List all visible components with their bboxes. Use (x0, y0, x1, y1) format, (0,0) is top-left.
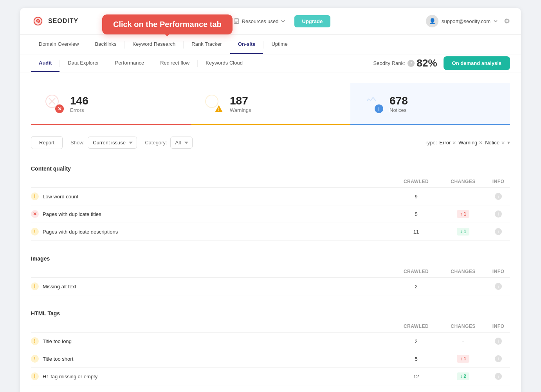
notices-info: 678 Notices (390, 95, 408, 113)
row-changes: - (440, 283, 487, 290)
type-notice-remove[interactable]: ✕ (501, 140, 505, 146)
table-row: ! H1 tag missing or empty 12 ↓ 2 i (31, 368, 510, 385)
info-icon[interactable]: i (495, 355, 502, 362)
resources-selector[interactable]: Resources used (233, 18, 285, 24)
images-header: Crawled Changes Info (31, 266, 510, 278)
row-changes: - (440, 338, 487, 344)
warning-icon: ! (31, 192, 39, 200)
row-info[interactable]: i (487, 338, 510, 345)
logo-text: SEODITY (48, 18, 78, 25)
row-changes: - (440, 193, 487, 200)
show-filter-group: Show: Current issuse (70, 137, 137, 149)
row-crawled: 2 (393, 284, 440, 290)
col-crawled-3: Crawled (393, 324, 440, 329)
change-dash: - (462, 284, 464, 290)
category-filter-group: Category: All (145, 137, 192, 149)
change-dash: - (462, 338, 464, 344)
warnings-info: 187 Warnings (230, 95, 251, 113)
warnings-icon-area: ! (205, 94, 224, 113)
filter-row: Report Show: Current issuse Category: Al… (31, 136, 510, 149)
content-quality-header: Crawled Changes Info (31, 176, 510, 188)
type-label: Type: (425, 140, 437, 146)
on-demand-button[interactable]: On demand analysis (444, 56, 510, 70)
row-text: Title too short (43, 356, 73, 362)
user-menu[interactable]: 👤 support@seodity.com (426, 15, 498, 27)
top-header: SEODITY mywebsite.com Resources used Upg… (20, 8, 521, 35)
type-chip-notice: Notice ✕ (485, 140, 505, 146)
change-badge-down: ↓ 2 (457, 372, 469, 380)
row-text: Low word count (43, 194, 78, 200)
row-info[interactable]: i (487, 210, 510, 218)
nav-rank-tracker[interactable]: Rank Tracker (184, 35, 229, 54)
content-area: ✕ 146 Errors ! (20, 72, 521, 392)
seodity-rank: Seodity Rank: ? 82% (373, 57, 437, 69)
notices-stat-card: i 678 Notices (350, 83, 510, 125)
row-text: Pages with duplicate descriptions (43, 229, 118, 235)
upgrade-button[interactable]: Upgrade (294, 15, 331, 27)
type-warning-remove[interactable]: ✕ (479, 140, 483, 146)
col-changes-1: Changes (440, 179, 487, 184)
warnings-main-icon: ! (214, 104, 224, 113)
nav-keyword-research[interactable]: Keyword Research (125, 35, 184, 54)
change-dash: - (462, 194, 464, 200)
report-button[interactable]: Report (31, 136, 63, 149)
info-icon[interactable]: i (495, 210, 502, 218)
row-changes: ↓ 1 (440, 228, 487, 236)
row-label: ! Missing alt text (31, 282, 393, 290)
type-notice-label: Notice (485, 140, 500, 146)
show-select[interactable]: Current issuse (88, 137, 137, 149)
row-info[interactable]: i (487, 373, 510, 380)
stats-row: ✕ 146 Errors ! (31, 83, 510, 125)
rank-help-icon[interactable]: ? (408, 60, 415, 67)
info-icon[interactable]: i (495, 283, 502, 290)
info-icon[interactable]: i (495, 373, 502, 380)
tab-data-explorer[interactable]: Data Explorer (60, 54, 106, 72)
row-info[interactable]: i (487, 283, 510, 290)
info-icon[interactable]: i (495, 338, 502, 345)
nav-uptime[interactable]: Uptime (263, 35, 295, 54)
nav-backlinks[interactable]: Backlinks (87, 35, 124, 54)
images-title: Images (31, 250, 510, 266)
tab-redirect-flow[interactable]: Redirect flow (152, 54, 197, 72)
avatar: 👤 (426, 15, 438, 27)
tooltip-bubble: Click on the Performance tab (102, 14, 233, 34)
tab-performance[interactable]: Performance (107, 54, 152, 72)
row-label: ! Pages with duplicate descriptions (31, 228, 393, 236)
errors-main-icon: ✕ (55, 104, 64, 113)
errors-label: Errors (70, 107, 88, 113)
errors-stat-card: ✕ 146 Errors (31, 83, 191, 125)
html-tags-header: Crawled Changes Info (31, 320, 510, 333)
row-label: ! Title too long (31, 337, 393, 345)
tab-keywords-cloud[interactable]: Keywords Cloud (198, 54, 251, 72)
warning-icon: ! (31, 228, 39, 236)
row-crawled: 5 (393, 211, 440, 217)
settings-icon[interactable]: ⚙ (504, 17, 510, 25)
change-badge-up: ↑ 1 (457, 355, 469, 363)
type-error-label: Error (439, 140, 451, 146)
warning-icon: ! (31, 282, 39, 290)
category-select[interactable]: All (170, 137, 193, 149)
change-badge-up: ↑ 1 (457, 210, 469, 218)
col-crawled-2: Crawled (393, 269, 440, 274)
col-info-1: Info (487, 179, 510, 184)
warnings-label: Warnings (230, 107, 251, 113)
table-row: ! Missing alt text 2 - i (31, 278, 510, 295)
nav-domain-overview[interactable]: Domain Overview (31, 35, 87, 54)
type-error-remove[interactable]: ✕ (452, 140, 456, 146)
type-more-btn[interactable]: ▾ (507, 140, 510, 146)
warnings-stat-card: ! 187 Warnings (191, 83, 350, 125)
row-text: Title too long (43, 338, 72, 344)
type-warning-label: Warning (458, 140, 477, 146)
row-text: Pages with duplicate titles (43, 211, 101, 217)
row-info[interactable]: i (487, 193, 510, 200)
info-icon[interactable]: i (495, 228, 502, 235)
tooltip-text: Click on the Performance tab (113, 20, 222, 29)
row-info[interactable]: i (487, 355, 510, 362)
row-info[interactable]: i (487, 228, 510, 235)
error-icon: ✕ (31, 210, 39, 218)
tab-audit[interactable]: Audit (31, 54, 60, 72)
errors-info: 146 Errors (70, 95, 88, 113)
info-icon[interactable]: i (495, 193, 502, 200)
nav-on-site[interactable]: On-site (230, 35, 263, 54)
col-issue (31, 179, 393, 184)
